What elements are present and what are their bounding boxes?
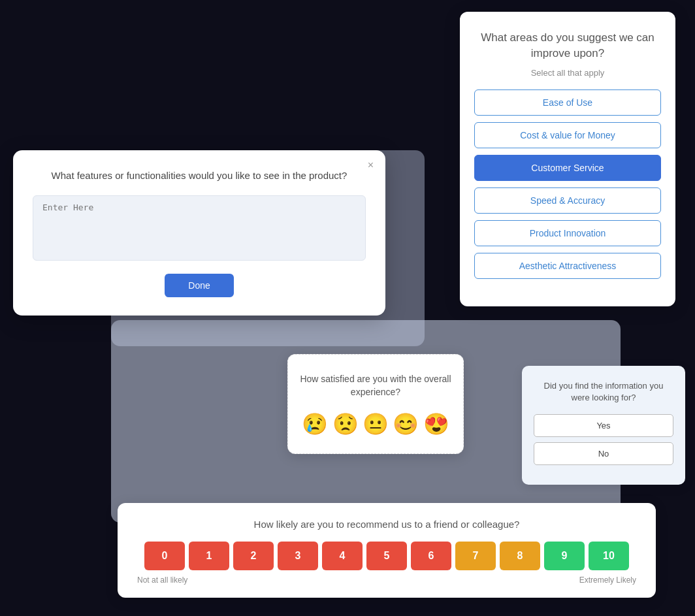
features-textarea[interactable] xyxy=(33,195,366,261)
yes-button[interactable]: Yes xyxy=(534,414,673,437)
modal-close-button[interactable]: × xyxy=(368,159,374,171)
nps-button-6[interactable]: 6 xyxy=(411,542,451,570)
nps-button-0[interactable]: 0 xyxy=(144,542,185,570)
nps-buttons-row: 012345678910 xyxy=(136,542,638,570)
option-ease-of-use[interactable]: Ease of Use xyxy=(474,89,661,116)
option-speed-accuracy[interactable]: Speed & Accuracy xyxy=(474,187,661,214)
satisfaction-question: How satisfied are you with the overall e… xyxy=(300,373,451,398)
nps-button-7[interactable]: 7 xyxy=(455,542,496,570)
option-aesthetic-attractiveness[interactable]: Aesthetic Attractiveness xyxy=(474,253,661,279)
areas-question-title: What areas do you suggest we can improve… xyxy=(474,30,661,61)
yesno-card: Did you find the information you were lo… xyxy=(522,366,685,485)
option-product-innovation[interactable]: Product Innovation xyxy=(474,220,661,246)
emoji-very-sad[interactable]: 😢 xyxy=(302,412,328,436)
nps-button-9[interactable]: 9 xyxy=(544,542,585,570)
option-cost-value[interactable]: Cost & value for Money xyxy=(474,122,661,148)
emoji-sad[interactable]: 😟 xyxy=(332,412,359,436)
option-customer-service[interactable]: Customer Service xyxy=(474,155,661,181)
nps-button-4[interactable]: 4 xyxy=(322,542,363,570)
modal-done-button[interactable]: Done xyxy=(165,274,233,297)
select-all-label: Select all that apply xyxy=(474,68,661,78)
emoji-happy[interactable]: 😊 xyxy=(393,412,419,436)
nps-labels-row: Not at all likely Extremely Likely xyxy=(136,575,638,585)
nps-label-left: Not at all likely xyxy=(137,575,187,585)
nps-button-8[interactable]: 8 xyxy=(500,542,540,570)
areas-improvement-card: What areas do you suggest we can improve… xyxy=(460,12,675,306)
nps-button-1[interactable]: 1 xyxy=(189,542,229,570)
nps-label-right: Extremely Likely xyxy=(579,575,636,585)
nps-button-2[interactable]: 2 xyxy=(233,542,274,570)
features-modal: × What features or functionalities would… xyxy=(13,150,385,316)
nps-button-5[interactable]: 5 xyxy=(366,542,407,570)
emoji-very-happy[interactable]: 😍 xyxy=(423,412,449,436)
nps-button-3[interactable]: 3 xyxy=(278,542,318,570)
emoji-neutral[interactable]: 😐 xyxy=(363,412,389,436)
yesno-question-text: Did you find the information you were lo… xyxy=(534,380,673,404)
nps-card: How likely are you to recommend us to a … xyxy=(118,503,656,598)
satisfaction-card: How satisfied are you with the overall e… xyxy=(287,354,464,454)
nps-button-10[interactable]: 10 xyxy=(589,542,629,570)
emoji-row: 😢 😟 😐 😊 😍 xyxy=(300,412,451,436)
no-button[interactable]: No xyxy=(534,442,673,465)
nps-question-text: How likely are you to recommend us to a … xyxy=(136,519,638,530)
modal-question-text: What features or functionalities would y… xyxy=(33,169,366,184)
